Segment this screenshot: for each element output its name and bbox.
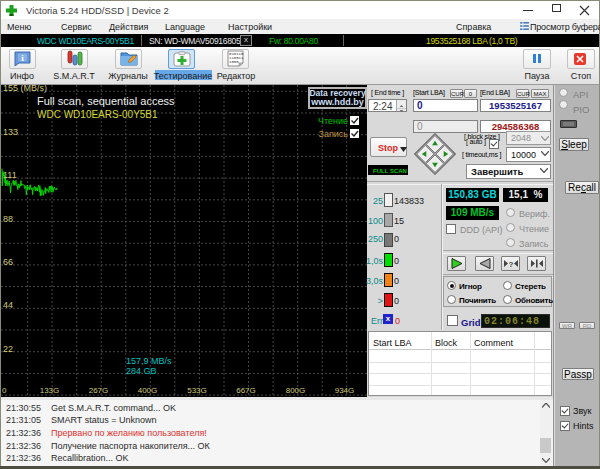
svg-text:Запись: Запись	[318, 129, 348, 139]
svg-text:157,9 MB/s: 157,9 MB/s	[126, 356, 172, 366]
svg-text:400G: 400G	[138, 386, 158, 395]
svg-text:133: 133	[3, 127, 18, 137]
svg-text:133G: 133G	[40, 386, 60, 395]
svg-text:800G: 800G	[286, 386, 306, 395]
svg-text:Full scan, sequential access: Full scan, sequential access	[37, 95, 175, 107]
svg-text:667G: 667G	[236, 386, 256, 395]
svg-text:22: 22	[3, 344, 13, 354]
svg-text:155 (MB/s): 155 (MB/s)	[3, 85, 47, 93]
svg-text:934G: 934G	[335, 386, 355, 395]
svg-text:66: 66	[3, 257, 13, 267]
svg-text:0: 0	[2, 386, 7, 395]
svg-text:?: ?	[509, 260, 514, 269]
svg-text:44: 44	[3, 300, 13, 310]
svg-text:88: 88	[3, 214, 13, 224]
svg-text:www.hdd.by: www.hdd.by	[310, 97, 364, 107]
svg-text:1000: 1000	[229, 60, 239, 64]
svg-text:WDC WD10EARS-00Y5B1: WDC WD10EARS-00Y5B1	[37, 109, 158, 120]
svg-text:267G: 267G	[89, 386, 109, 395]
svg-text:284 GB: 284 GB	[126, 366, 157, 376]
svg-text:111: 111	[3, 170, 17, 180]
svg-text:533G: 533G	[187, 386, 207, 395]
svg-text:Чтение: Чтение	[318, 116, 348, 126]
